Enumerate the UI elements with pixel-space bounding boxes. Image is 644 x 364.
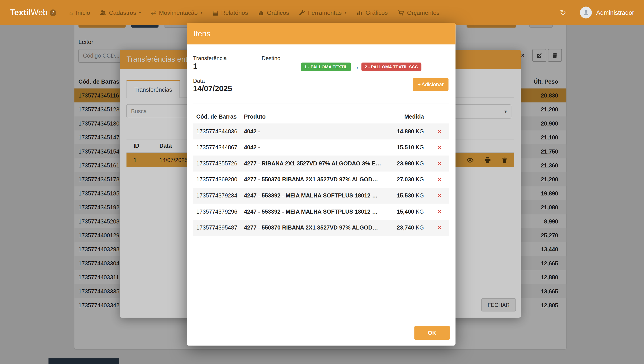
item-product: 4277 - 550370 RIBANA 2X1 3527VD 97% ALGO… bbox=[244, 176, 384, 183]
nav-items: ⌂ Início Cadastros ▾ ⇄ Movimentação ▾ ▤ … bbox=[64, 0, 444, 25]
nav-movimentacao[interactable]: ⇄ Movimentação ▾ bbox=[146, 0, 208, 25]
item-measure: 23,740 KG bbox=[384, 225, 430, 231]
nav-relatorios[interactable]: ▤ Relatórios bbox=[208, 0, 253, 25]
bar-chart-icon bbox=[356, 10, 363, 16]
item-barcode: 1735774344867 bbox=[193, 144, 244, 151]
col-cod-barras: Cód. de Barras bbox=[193, 114, 244, 120]
item-measure: 14,880 KG bbox=[384, 128, 430, 135]
remove-item-button[interactable]: × bbox=[438, 208, 442, 216]
item-actions: × bbox=[430, 224, 449, 231]
item-actions: × bbox=[430, 128, 449, 135]
col-produto: Produto bbox=[244, 114, 384, 120]
nav-graficos-2[interactable]: Gráficos bbox=[352, 0, 393, 25]
transfer-route: 1 - PALLOMA TEXTIL → 2 - PALLOMA TEXTIL … bbox=[301, 63, 421, 71]
brand-bold: Textil bbox=[10, 8, 31, 17]
caret-down-icon: ▾ bbox=[200, 10, 202, 15]
data-label: Data bbox=[193, 78, 205, 84]
nav-cadastros[interactable]: Cadastros ▾ bbox=[95, 0, 146, 25]
destination-badge: 2 - PALLOMA TEXTIL SCC bbox=[362, 63, 421, 71]
transferencia-label: Transferência bbox=[193, 55, 227, 61]
wrench-icon bbox=[299, 10, 305, 16]
divider bbox=[193, 104, 449, 104]
item-actions: × bbox=[430, 160, 449, 167]
user-name: Administrador bbox=[596, 9, 634, 16]
arrow-right-icon: → bbox=[353, 63, 359, 71]
itens-table-body: 17357743448364042 -14,880 KG×17357743448… bbox=[193, 123, 449, 236]
remove-item-button[interactable]: × bbox=[438, 224, 442, 232]
col-medida: Medida bbox=[384, 114, 430, 120]
item-barcode: 1735774379296 bbox=[193, 209, 244, 215]
user-icon bbox=[583, 9, 589, 16]
item-actions: × bbox=[430, 208, 449, 215]
nav-label: Gráficos bbox=[267, 9, 289, 16]
remove-item-button[interactable]: × bbox=[438, 176, 442, 184]
nav-orcamentos[interactable]: Orçamentos bbox=[393, 0, 444, 25]
home-icon: ⌂ bbox=[69, 9, 73, 16]
item-product: 4042 - bbox=[244, 144, 384, 151]
data-value: 14/07/2025 bbox=[193, 84, 232, 93]
remove-item-button[interactable]: × bbox=[438, 192, 442, 200]
item-measure: 15,530 KG bbox=[384, 193, 430, 199]
item-row: 17357743557264277 - RIBANA 2X1 3527VD 97… bbox=[193, 155, 449, 172]
help-icon[interactable]: ? bbox=[50, 9, 56, 16]
item-row: 17357743448674042 -15,510 KG× bbox=[193, 139, 449, 155]
item-product: 4042 - bbox=[244, 128, 384, 135]
screen: Leitor s Cód. de Barras Últ. Peso 173577… bbox=[0, 0, 644, 364]
origin-badge: 1 - PALLOMA TEXTIL bbox=[301, 63, 351, 71]
nav-label: Ferramentas bbox=[308, 9, 342, 16]
nav-label: Gráficos bbox=[366, 9, 388, 16]
item-row: 17357743792964247 - 553392 - MEIA MALHA … bbox=[193, 204, 449, 220]
exchange-icon: ⇄ bbox=[151, 9, 156, 16]
item-barcode: 1735774344836 bbox=[193, 128, 244, 135]
remove-item-button[interactable]: × bbox=[438, 159, 442, 167]
navbar: TextilWeb ? ⌂ Início Cadastros ▾ ⇄ Movim… bbox=[0, 0, 644, 25]
avatar[interactable] bbox=[580, 7, 592, 18]
nav-label: Orçamentos bbox=[407, 9, 440, 16]
itens-modal: Itens Transferência 1 Destino 1 - PALLOM… bbox=[187, 23, 455, 346]
brand-light: Web bbox=[31, 8, 48, 17]
item-row: 17357743792344247 - 553392 - MEIA MALHA … bbox=[193, 188, 449, 204]
remove-item-button[interactable]: × bbox=[438, 127, 442, 135]
nav-graficos-1[interactable]: Gráficos bbox=[253, 0, 294, 25]
nav-label: Movimentação bbox=[159, 9, 198, 16]
item-actions: × bbox=[430, 144, 449, 151]
item-measure: 15,400 KG bbox=[384, 209, 430, 215]
nav-right: ↻ Administrador bbox=[560, 7, 634, 18]
nav-ferramentas[interactable]: Ferramentas ▾ bbox=[294, 0, 352, 25]
item-actions: × bbox=[430, 176, 449, 183]
refresh-icon[interactable]: ↻ bbox=[560, 8, 566, 17]
nav-label: Início bbox=[76, 9, 90, 16]
brand-logo[interactable]: TextilWeb ? bbox=[10, 8, 56, 17]
users-icon bbox=[100, 10, 106, 16]
destino-label: Destino bbox=[262, 55, 280, 61]
item-barcode: 1735774395487 bbox=[193, 225, 244, 231]
item-barcode: 1735774369280 bbox=[193, 176, 244, 183]
item-measure: 27,030 KG bbox=[384, 176, 430, 183]
bar-chart-icon bbox=[258, 10, 264, 16]
item-product: 4247 - 553392 - MEIA MALHA SOFTPLUS 1801… bbox=[244, 193, 384, 199]
transferencia-value: 1 bbox=[193, 62, 197, 71]
item-product: 4277 - RIBANA 2X1 3527VD 97% ALGODAO 3% … bbox=[244, 160, 384, 167]
item-actions: × bbox=[430, 192, 449, 199]
item-product: 4277 - 550370 RIBANA 2X1 3527VD 97% ALGO… bbox=[244, 225, 384, 231]
ok-button[interactable]: OK bbox=[414, 326, 450, 340]
item-product: 4247 - 553392 - MEIA MALHA SOFTPLUS 1801… bbox=[244, 209, 384, 215]
adicionar-button[interactable]: +Adicionar bbox=[413, 78, 449, 91]
caret-down-icon: ▾ bbox=[139, 10, 141, 15]
caret-down-icon: ▾ bbox=[344, 10, 346, 15]
report-icon: ▤ bbox=[212, 9, 218, 16]
item-row: 17357743692804277 - 550370 RIBANA 2X1 35… bbox=[193, 171, 449, 188]
item-measure: 15,510 KG bbox=[384, 144, 430, 151]
adicionar-label: Adicionar bbox=[422, 81, 444, 88]
remove-item-button[interactable]: × bbox=[438, 144, 442, 151]
nav-label: Cadastros bbox=[109, 9, 136, 16]
cart-icon bbox=[398, 9, 404, 16]
itens-modal-title: Itens bbox=[194, 29, 210, 38]
itens-modal-header: Itens bbox=[187, 23, 455, 44]
item-row: 17357743448364042 -14,880 KG× bbox=[193, 123, 449, 140]
item-row: 17357743954874277 - 550370 RIBANA 2X1 35… bbox=[193, 220, 449, 236]
nav-inicio[interactable]: ⌂ Início bbox=[64, 0, 95, 25]
plus-icon: + bbox=[418, 81, 421, 88]
itens-table-header: Cód. de Barras Produto Medida bbox=[193, 110, 449, 123]
nav-label: Relatórios bbox=[221, 9, 248, 16]
